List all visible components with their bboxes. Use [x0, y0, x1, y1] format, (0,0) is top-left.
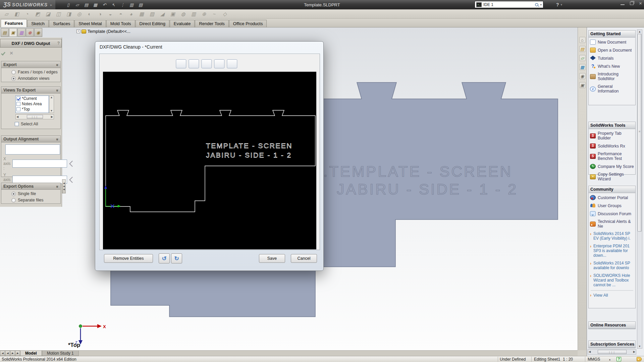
save-icon[interactable]: ▤ [83, 2, 90, 8]
task-pane-link[interactable]: What's New [590, 64, 634, 69]
pan-icon[interactable] [227, 59, 237, 68]
options-icon[interactable]: ▧ [137, 2, 144, 8]
units-selector[interactable]: MMGS [588, 357, 600, 362]
cancel-button[interactable]: Cancel [291, 254, 317, 263]
solidworks-tools-header[interactable]: SolidWorks Tools [589, 122, 635, 129]
view-palette-icon[interactable]: ▦ [579, 64, 586, 70]
fillet-icon[interactable]: ◕ [127, 10, 135, 18]
select-all-option[interactable]: Select All [15, 122, 38, 126]
task-pane-horizontal-scrollbar[interactable]: ◀ ❘❘❘ ▶ [588, 349, 636, 355]
tab-sheet-metal[interactable]: Sheet Metal [74, 20, 106, 27]
reference-geometry-icon[interactable]: ⊕ [200, 10, 208, 18]
restore-button[interactable] [630, 2, 634, 5]
file-properties-icon[interactable]: ▥ [128, 2, 135, 8]
panel-splitter[interactable]: ◀◀◀ [62, 179, 66, 193]
search-scope-icon[interactable]: >_ [476, 2, 482, 7]
tab-direct-editing[interactable]: Direct Editing [136, 20, 169, 27]
views-horizontal-scrollbar[interactable]: ◀ ❘❘❘ ▶ [15, 114, 54, 119]
task-pane-link[interactable]: General Information [590, 84, 634, 94]
views-listbox[interactable]: *Current Notes Area *Top [15, 96, 49, 113]
view-all-link[interactable]: View All [593, 293, 635, 298]
collapse-chevron-icon[interactable]: « [55, 186, 60, 188]
task-pane-link[interactable]: Performance Benchm Test [590, 152, 634, 161]
revolved-boss-icon[interactable]: ◔ [23, 10, 31, 18]
swept-boss-icon[interactable]: ◩ [34, 10, 41, 18]
task-pane-link[interactable]: New Document [590, 40, 634, 45]
new-document-icon[interactable]: ▯ [65, 2, 71, 8]
options-group-header[interactable]: Export Options « [1, 183, 60, 190]
community-header[interactable]: Community [589, 186, 635, 193]
getting-started-header[interactable]: Getting Started [589, 31, 635, 38]
scroll-left-icon[interactable]: ◀ [589, 351, 591, 353]
print-icon[interactable]: ▦ [92, 2, 99, 8]
view-checkbox[interactable] [16, 102, 20, 106]
news-link[interactable]: SolidWorks 2014 SP available for downlo [593, 261, 634, 270]
boundary-cut-icon[interactable]: ◓ [117, 10, 124, 18]
task-pane-link[interactable]: Customer Portal [590, 195, 634, 200]
file-explorer-icon[interactable]: ▱ [579, 55, 586, 61]
dialog-titlebar[interactable]: DXF/DWG Cleanup - *Current [95, 42, 323, 52]
instant3d-icon[interactable]: ◇ [221, 10, 228, 18]
task-pane-link[interactable]: Property Tab Builder [590, 131, 634, 140]
task-pane-link[interactable]: Introducing SolidWor [590, 72, 634, 81]
dxf-dwg-output-tab-icon[interactable]: ▣ [9, 28, 17, 37]
collapse-chevron-icon[interactable]: « [55, 89, 60, 92]
reverse-x-direction-icon[interactable] [69, 161, 76, 166]
feature-tree-root-label[interactable]: Template (Default<<... [88, 29, 130, 34]
design-library-icon[interactable]: ▤ [579, 46, 586, 52]
extruded-boss-icon[interactable]: ◧ [13, 10, 20, 18]
views-vertical-scrollbar[interactable]: ▲ ▼ [49, 96, 54, 113]
cancel-panel-button[interactable]: × [10, 51, 13, 56]
select-entities-icon[interactable] [176, 59, 186, 68]
task-pane-link[interactable]: Tutorials [590, 56, 634, 61]
wrap-icon[interactable]: ◍ [179, 10, 187, 18]
save-button[interactable]: Save [259, 254, 285, 263]
extruded-cut-icon[interactable]: ◨ [65, 10, 72, 18]
task-pane-link[interactable]: Copy Settings Wizard [590, 172, 634, 181]
display-pane-tab-icon[interactable]: ▥ [17, 28, 25, 37]
next-tab-icon[interactable]: ▶ [10, 351, 15, 356]
revolved-cut-icon[interactable]: ◐ [86, 10, 93, 18]
appearances-icon[interactable]: ◉ [579, 73, 586, 79]
boundary-boss-icon[interactable]: ◫ [55, 10, 62, 18]
scroll-left-icon[interactable]: ◀ [16, 116, 18, 118]
tab-evaluate[interactable]: Evaluate [170, 20, 195, 27]
separate-files-radio[interactable] [11, 198, 16, 202]
first-tab-icon[interactable]: ◀ [0, 351, 5, 356]
undo-button[interactable]: ↺ [159, 253, 170, 263]
view-checkbox[interactable] [16, 97, 20, 101]
close-button[interactable]: × [639, 2, 642, 5]
tab-surfaces[interactable]: Surfaces [49, 20, 74, 27]
zoom-in-out-icon[interactable] [189, 59, 199, 68]
preview-text-line1[interactable]: TEMPLATE - SCREEN [206, 142, 292, 149]
solidworks-logo[interactable]: ƷS SOLIDWORKS ▸ [0, 0, 55, 9]
curves-icon[interactable]: ~ [211, 10, 218, 18]
undo-icon[interactable]: ↶ [101, 2, 108, 8]
dxf-outline[interactable] [106, 110, 315, 212]
zoom-to-fit-icon[interactable] [214, 59, 224, 68]
solidworks-resources-icon[interactable]: ⌂ [579, 37, 586, 43]
view-list-item[interactable]: Notes Area [16, 101, 49, 107]
faces-loops-edges-option[interactable]: Faces / loops / edges [1, 70, 60, 74]
scrollbar-thumb[interactable]: ❘❘❘ [27, 115, 43, 119]
minimize-button[interactable] [621, 2, 625, 5]
search-dropdown-icon[interactable]: ▾ [540, 3, 542, 6]
view-checkbox[interactable] [16, 107, 20, 111]
search-icon[interactable] [535, 3, 538, 6]
reverse-y-direction-icon[interactable] [69, 177, 76, 182]
tag-icon[interactable] [637, 357, 642, 361]
redo-button[interactable]: ↻ [171, 253, 182, 263]
lofted-boss-icon[interactable]: ◪ [44, 10, 52, 18]
scroll-up-icon[interactable]: ▲ [50, 96, 53, 99]
feature-tree-root[interactable]: + Template (Default<<... [76, 29, 130, 34]
open-document-icon[interactable]: ▱ [74, 2, 80, 8]
tab-render-tools[interactable]: Render Tools [195, 20, 228, 27]
separate-files-option[interactable]: Separate files [1, 198, 60, 202]
task-pane-link[interactable]: User Groups [590, 203, 634, 208]
search-input[interactable]: IDE 1 [483, 2, 533, 7]
help-button[interactable]: ? [556, 2, 559, 7]
custom-properties-icon[interactable]: ▣ [579, 82, 586, 88]
view-list-item[interactable]: *Top [16, 107, 49, 112]
subscription-services-header[interactable]: Subscription Services [589, 341, 635, 348]
task-pane-vertical-scrollbar[interactable]: ▲ ▼ [637, 29, 642, 349]
